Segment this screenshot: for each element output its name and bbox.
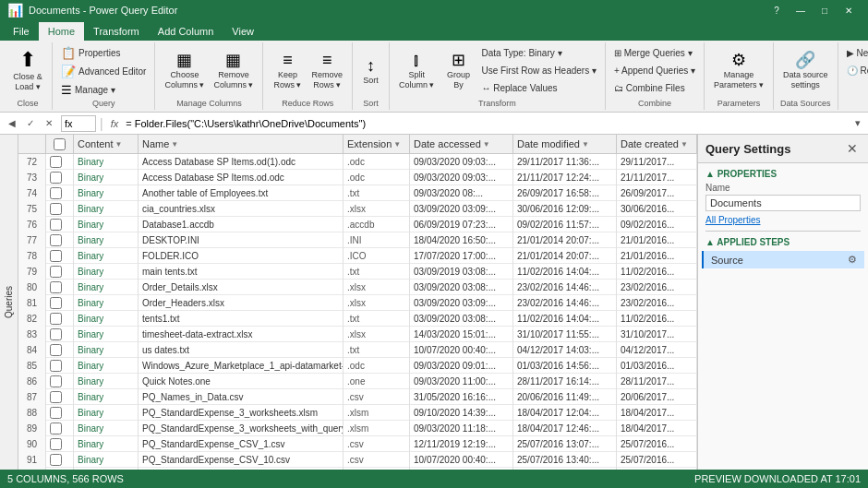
- close-load-button[interactable]: ⬆ Close &Load ▾: [9, 44, 46, 98]
- cell-checkbox[interactable]: [46, 217, 74, 232]
- data-type-button[interactable]: Data Type: Binary ▾: [478, 44, 598, 61]
- table-row[interactable]: 79 Binary main tents.txt .txt 03/09/2019…: [18, 264, 697, 280]
- group-by-button[interactable]: ⊞ GroupBy: [440, 44, 476, 98]
- table-row[interactable]: 91 Binary PQ_StandardExpense_CSV_10.csv …: [18, 452, 697, 468]
- table-row[interactable]: 73 Binary Access Database SP Items.od.od…: [18, 170, 697, 185]
- data-source-settings-button[interactable]: 🔗 Data sourcesettings: [779, 44, 832, 98]
- qs-close-button[interactable]: ✕: [844, 140, 861, 157]
- tab-add-column[interactable]: Add Column: [149, 22, 223, 41]
- table-row[interactable]: 86 Binary Quick Notes.one .one 09/03/202…: [18, 374, 697, 389]
- col-header-name[interactable]: Name ▼: [139, 135, 344, 153]
- help-btn[interactable]: ?: [765, 0, 789, 20]
- table-row[interactable]: 88 Binary PQ_StandardExpense_3_worksheet…: [18, 405, 697, 421]
- new-source-button[interactable]: ▶ New Source ▾: [844, 44, 868, 61]
- cell-checkbox[interactable]: [46, 421, 74, 436]
- choose-columns-button[interactable]: ▦ ChooseColumns ▾: [161, 44, 208, 98]
- table-row[interactable]: 72 Binary Access Database SP Items.od(1)…: [18, 154, 697, 170]
- group-by-label: GroupBy: [447, 70, 470, 90]
- cell-checkbox[interactable]: [46, 342, 74, 358]
- col-header-extension[interactable]: Extension ▼: [344, 135, 410, 153]
- cell-checkbox[interactable]: [46, 154, 74, 170]
- table-row[interactable]: 77 Binary DESKTOP.INI .INI 18/04/2020 16…: [18, 232, 697, 248]
- split-column-button[interactable]: ⫿ SplitColumn ▾: [395, 44, 439, 98]
- close-btn[interactable]: ✕: [837, 0, 861, 20]
- cell-date-created: 28/11/2017...: [617, 374, 697, 389]
- cell-checkbox[interactable]: [46, 452, 74, 468]
- remove-rows-button[interactable]: ≡ RemoveRows ▾: [307, 44, 346, 98]
- table-row[interactable]: 89 Binary PQ_StandardExpense_3_worksheet…: [18, 421, 697, 436]
- table-row[interactable]: 87 Binary PQ_Names_in_Data.csv .csv 31/0…: [18, 389, 697, 405]
- cell-date-modified: 31/10/2017 11:55:...: [513, 327, 617, 342]
- table-row[interactable]: 81 Binary Order_Headers.xlsx .xlsx 03/09…: [18, 295, 697, 311]
- col-header-date-created[interactable]: Date created ▼: [617, 135, 697, 153]
- cell-checkbox[interactable]: [46, 327, 74, 342]
- maximize-btn[interactable]: □: [813, 0, 837, 20]
- select-all-checkbox[interactable]: [54, 138, 66, 150]
- cell-checkbox[interactable]: [46, 436, 74, 452]
- tab-file[interactable]: File: [4, 22, 39, 41]
- cell-checkbox[interactable]: [46, 170, 74, 185]
- cell-date-modified: 25/07/2016 13:26:...: [513, 468, 617, 470]
- cell-checkbox[interactable]: [46, 358, 74, 374]
- cell-date-created: 30/06/2016...: [617, 201, 697, 217]
- nav-cancel-btn[interactable]: ✕: [41, 115, 57, 132]
- append-queries-button[interactable]: + Append Queries ▾: [611, 62, 698, 78]
- properties-button[interactable]: 📋 Properties: [58, 44, 124, 61]
- col-header-date-accessed[interactable]: Date accessed ▼: [410, 135, 513, 153]
- sort-button[interactable]: ↕ Sort: [355, 44, 386, 98]
- cell-checkbox[interactable]: [46, 468, 74, 470]
- formula-expand-btn[interactable]: ▾: [851, 117, 864, 129]
- nav-back-btn[interactable]: ◀: [4, 115, 20, 132]
- replace-values-button[interactable]: ↔ Replace Values: [478, 79, 598, 96]
- table-row[interactable]: 90 Binary PQ_StandardExpense_CSV_1.csv .…: [18, 436, 697, 452]
- qs-all-properties-link[interactable]: All Properties: [705, 215, 861, 225]
- table-row[interactable]: 76 Binary Database1.accdb .accdb 06/09/2…: [18, 217, 697, 232]
- applied-step-source[interactable]: Source ⚙: [702, 251, 864, 268]
- recent-sources-button[interactable]: 🕐 Recent Sources ▾: [844, 62, 868, 78]
- col-header-checkbox[interactable]: [46, 135, 74, 153]
- cell-date-accessed: 12/11/2019 12:20:...: [410, 468, 513, 470]
- tab-view[interactable]: View: [223, 22, 263, 41]
- cell-checkbox[interactable]: [46, 405, 74, 421]
- first-row-button[interactable]: Use First Row as Headers ▾: [478, 62, 598, 78]
- cell-checkbox[interactable]: [46, 311, 74, 327]
- qs-name-value[interactable]: Documents: [705, 195, 861, 211]
- manage-parameters-button[interactable]: ⚙ ManageParameters ▾: [710, 44, 767, 98]
- table-row[interactable]: 85 Binary Windows_Azure_Marketplace_1_ap…: [18, 358, 697, 374]
- manage-button[interactable]: ☰ Manage ▾: [58, 81, 118, 98]
- minimize-btn[interactable]: —: [789, 0, 813, 20]
- advanced-editor-button[interactable]: 📝 Advanced Editor: [58, 63, 149, 79]
- merge-queries-label: ⊞ Merge Queries ▾: [614, 48, 693, 58]
- table-row[interactable]: 84 Binary us dates.txt .txt 10/07/2020 0…: [18, 342, 697, 358]
- cell-checkbox[interactable]: [46, 389, 74, 405]
- cell-checkbox[interactable]: [46, 232, 74, 248]
- applied-step-gear-icon[interactable]: ⚙: [848, 254, 857, 266]
- cell-checkbox[interactable]: [46, 295, 74, 311]
- cell-checkbox[interactable]: [46, 374, 74, 389]
- nav-check-btn[interactable]: ✓: [22, 115, 39, 132]
- cell-checkbox[interactable]: [46, 264, 74, 280]
- table-row[interactable]: 80 Binary Order_Details.xlsx .xlsx 03/09…: [18, 280, 697, 295]
- cell-checkbox[interactable]: [46, 201, 74, 217]
- cell-extension: .csv: [344, 389, 410, 405]
- combine-files-button[interactable]: 🗂 Combine Files: [611, 79, 698, 96]
- cell-checkbox[interactable]: [46, 280, 74, 295]
- table-row[interactable]: 78 Binary FOLDER.ICO .ICO 17/07/2020 17:…: [18, 248, 697, 264]
- cell-checkbox[interactable]: [46, 185, 74, 201]
- cell-checkbox[interactable]: [46, 248, 74, 264]
- tab-transform[interactable]: Transform: [84, 22, 149, 41]
- remove-rows-label: RemoveRows ▾: [311, 70, 343, 90]
- data-source-label: Data sourcesettings: [783, 70, 828, 90]
- tab-home[interactable]: Home: [39, 22, 84, 41]
- col-header-content[interactable]: Content ▼: [74, 135, 139, 153]
- table-scroll[interactable]: 72 Binary Access Database SP Items.od(1)…: [18, 154, 697, 470]
- table-row[interactable]: 82 Binary tents1.txt .txt 03/09/2020 03:…: [18, 311, 697, 327]
- table-row[interactable]: 75 Binary cia_countries.xlsx .xlsx 03/09…: [18, 201, 697, 217]
- table-row[interactable]: 83 Binary timesheet-data-extract.xlsx .x…: [18, 327, 697, 342]
- col-header-date-modified[interactable]: Date modified ▼: [513, 135, 617, 153]
- table-row[interactable]: 92 Binary PQ_StandardExpense_CSV_2.csv .…: [18, 468, 697, 470]
- remove-columns-button[interactable]: ▦ RemoveColumns ▾: [210, 44, 257, 98]
- merge-queries-button[interactable]: ⊞ Merge Queries ▾: [611, 44, 698, 61]
- table-row[interactable]: 74 Binary Another table of Employees.txt…: [18, 185, 697, 201]
- keep-rows-button[interactable]: ≡ KeepRows ▾: [269, 44, 306, 98]
